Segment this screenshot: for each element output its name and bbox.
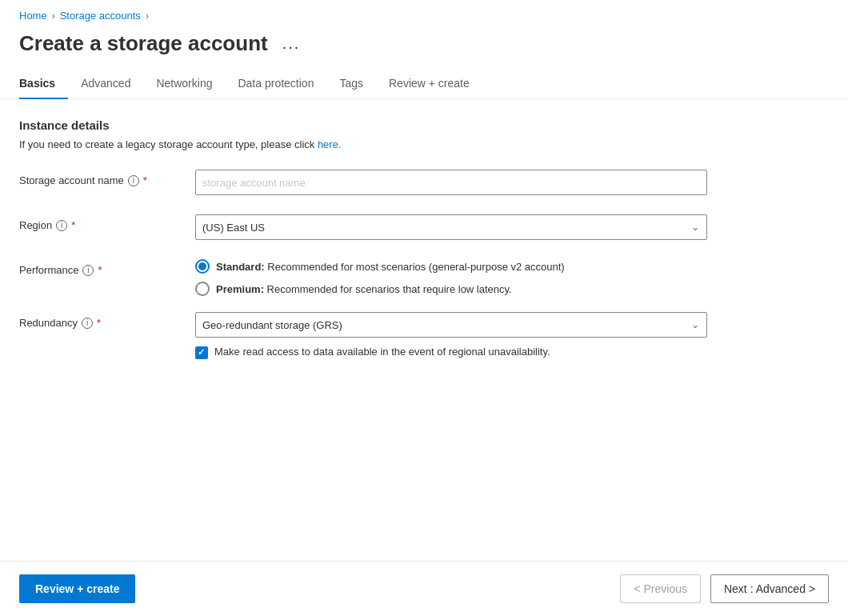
info-link[interactable]: here. [318, 138, 342, 150]
storage-account-name-required: * [143, 174, 147, 186]
redundancy-select[interactable]: Locally-redundant storage (LRS) Zone-red… [195, 312, 707, 338]
review-create-button[interactable]: Review + create [19, 574, 135, 603]
tab-networking[interactable]: Networking [143, 69, 225, 99]
info-text: If you need to create a legacy storage a… [19, 138, 829, 150]
previous-button[interactable]: < Previous [620, 574, 701, 603]
tab-data-protection[interactable]: Data protection [225, 69, 326, 99]
redundancy-info-icon[interactable]: i [82, 318, 93, 329]
breadcrumb-sep-1: › [52, 10, 55, 22]
storage-account-name-label: Storage account name i * [19, 170, 195, 186]
main-content: Instance details If you need to create a… [0, 99, 848, 439]
storage-account-name-text: Storage account name [19, 174, 124, 186]
performance-premium-radio[interactable] [195, 282, 210, 296]
next-button[interactable]: Next : Advanced > [710, 574, 829, 603]
performance-control: Standard: Recommended for most scenarios… [195, 259, 707, 296]
info-text-before: If you need to create a legacy storage a… [19, 138, 318, 150]
performance-text: Performance [19, 264, 78, 276]
read-access-label: Make read access to data available in th… [214, 346, 550, 358]
region-required: * [71, 219, 75, 231]
breadcrumb: Home › Storage accounts › [0, 0, 848, 28]
breadcrumb-home[interactable]: Home [19, 10, 47, 22]
storage-account-name-row: Storage account name i * [19, 170, 829, 198]
redundancy-row: Redundancy i * Locally-redundant storage… [19, 312, 829, 359]
region-select-wrapper: (US) East US (US) East US 2 (US) West US… [195, 214, 707, 240]
region-text: Region [19, 219, 52, 231]
performance-premium-label: Premium: Recommended for scenarios that … [216, 283, 512, 295]
region-select[interactable]: (US) East US (US) East US 2 (US) West US… [195, 214, 707, 240]
page-title-area: Create a storage account ... [0, 28, 848, 69]
tab-basics[interactable]: Basics [19, 69, 68, 99]
performance-standard-option[interactable]: Standard: Recommended for most scenarios… [195, 259, 707, 274]
breadcrumb-sep-2: › [146, 10, 149, 22]
performance-premium-option[interactable]: Premium: Recommended for scenarios that … [195, 282, 707, 296]
redundancy-label: Redundancy i * [19, 312, 195, 329]
tab-advanced[interactable]: Advanced [68, 69, 143, 99]
performance-label: Performance i * [19, 259, 195, 276]
page-title: Create a storage account [19, 31, 268, 56]
region-label: Region i * [19, 214, 195, 231]
read-access-checkbox[interactable] [195, 346, 208, 359]
footer: Review + create < Previous Next : Advanc… [0, 561, 848, 616]
region-row: Region i * (US) East US (US) East US 2 (… [19, 214, 829, 243]
performance-standard-label: Standard: Recommended for most scenarios… [216, 261, 565, 273]
redundancy-control: Locally-redundant storage (LRS) Zone-red… [195, 312, 707, 359]
performance-standard-radio[interactable] [195, 259, 210, 274]
region-control: (US) East US (US) East US 2 (US) West US… [195, 214, 707, 240]
performance-info-icon[interactable]: i [82, 265, 94, 276]
tab-review-create[interactable]: Review + create [376, 69, 482, 99]
storage-account-name-info-icon[interactable]: i [128, 175, 139, 186]
redundancy-select-wrapper: Locally-redundant storage (LRS) Zone-red… [195, 312, 707, 338]
storage-account-name-control [195, 170, 707, 195]
region-info-icon[interactable]: i [56, 220, 67, 231]
performance-required: * [98, 264, 102, 276]
performance-row: Performance i * Standard: Recommended fo… [19, 259, 829, 296]
redundancy-required: * [97, 317, 101, 329]
tabs-container: Basics Advanced Networking Data protecti… [0, 69, 848, 99]
storage-account-name-input[interactable] [195, 170, 707, 195]
breadcrumb-storage-accounts[interactable]: Storage accounts [60, 10, 141, 22]
performance-radio-group: Standard: Recommended for most scenarios… [195, 259, 707, 296]
section-title: Instance details [19, 118, 829, 132]
redundancy-checkbox-row: Make read access to data available in th… [195, 346, 707, 359]
redundancy-text: Redundancy [19, 317, 78, 329]
ellipsis-button[interactable]: ... [278, 33, 306, 54]
tab-tags[interactable]: Tags [326, 69, 376, 99]
